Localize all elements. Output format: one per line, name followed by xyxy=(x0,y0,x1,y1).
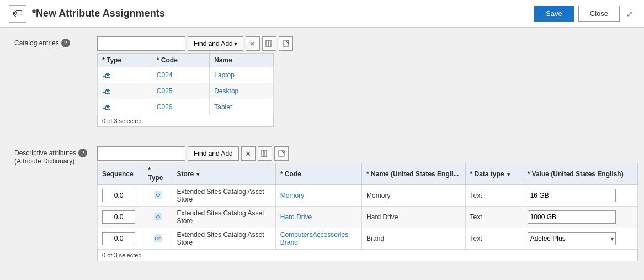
desc-table: Sequence * Type Store ▾ * Code * Name (U… xyxy=(97,163,638,250)
catalog-columns-button[interactable] xyxy=(262,36,276,51)
catalog-code-link[interactable]: C025 xyxy=(157,87,173,95)
app-icon: 🏷 xyxy=(9,5,26,23)
desc-type-cell: ⚙ xyxy=(143,207,172,228)
desc-section: Descriptive attributes ? (Attribute Dict… xyxy=(0,146,644,261)
svg-text:⚙: ⚙ xyxy=(155,192,160,198)
catalog-label-container: Catalog entries ? xyxy=(9,36,97,47)
desc-toolbar: Find and Add ✕ xyxy=(97,146,638,161)
desc-find-add-button[interactable]: Find and Add xyxy=(188,146,239,161)
header-left: 🏷 *New Attribute Assignments xyxy=(9,5,165,23)
svg-rect-8 xyxy=(279,151,284,156)
catalog-col-name: Name xyxy=(210,54,274,67)
desc-code-link[interactable]: Memory xyxy=(280,192,304,199)
desc-datatype-cell: Text xyxy=(465,228,523,250)
desc-col-store: Store ▾ xyxy=(172,163,275,185)
catalog-type-icon: 🛍 xyxy=(102,102,111,112)
catalog-name-link[interactable]: Desktop xyxy=(214,87,238,95)
desc-col-type: * Type xyxy=(143,163,172,185)
svg-rect-1 xyxy=(269,40,271,47)
desc-datatype-cell: Text xyxy=(465,207,523,228)
svg-rect-7 xyxy=(264,150,267,157)
catalog-name-cell: Tablet xyxy=(210,99,274,115)
app-header: 🏷 *New Attribute Assignments Save Close … xyxy=(0,0,644,28)
desc-table-row: ⚙ Extended Sites Catalog Asset Store Mem… xyxy=(98,185,638,207)
close-button[interactable]: Close xyxy=(578,6,620,22)
desc-value-input-1[interactable] xyxy=(528,210,616,224)
catalog-find-add-dropdown-icon: ▾ xyxy=(234,40,237,47)
catalog-find-add-button[interactable]: Find and Add ▾ xyxy=(188,36,243,51)
desc-export-button[interactable] xyxy=(274,146,289,161)
catalog-code-link[interactable]: C024 xyxy=(157,71,173,79)
desc-seq-input-0[interactable] xyxy=(102,189,135,202)
desc-col-value: * Value (United States English) xyxy=(523,163,637,185)
desc-seq-input-2[interactable] xyxy=(102,232,135,245)
catalog-label-row: Catalog entries ? xyxy=(14,39,70,47)
catalog-table: * Type * Code Name 🛍 C024 Laptop 🛍 C025 … xyxy=(97,53,274,115)
desc-value-select-wrap-2: Adelee Plus ▾ xyxy=(528,232,616,245)
desc-seq-cell xyxy=(98,207,143,228)
desc-label-container: Descriptive attributes ? (Attribute Dict… xyxy=(9,146,97,165)
catalog-type-icon: 🛍 xyxy=(102,70,111,80)
desc-label-row: Descriptive attributes ? xyxy=(14,149,87,157)
desc-label2: (Attribute Dictionary) xyxy=(14,157,74,165)
expand-button[interactable]: ⤢ xyxy=(624,7,635,20)
catalog-code-cell: C026 xyxy=(152,99,209,115)
desc-columns-button[interactable] xyxy=(258,146,272,161)
catalog-toolbar: Find and Add ▾ ✕ xyxy=(97,36,635,51)
catalog-selected-count: 0 of 3 selected xyxy=(97,115,274,127)
catalog-code-link[interactable]: C026 xyxy=(157,103,173,111)
catalog-type-cell: 🛍 xyxy=(98,83,152,99)
desc-store-cell: Extended Sites Catalog Asset Store xyxy=(172,185,275,207)
header-actions: Save Close ⤢ xyxy=(534,6,635,22)
catalog-export-button[interactable] xyxy=(279,36,293,51)
catalog-type-cell: 🛍 xyxy=(98,67,152,83)
main-content: Catalog entries ? Find and Add ▾ ✕ xyxy=(0,28,644,280)
desc-code-cell: ComputersAccessories Brand xyxy=(275,228,361,250)
desc-col-code: * Code xyxy=(275,163,361,185)
catalog-find-add-label: Find and Add xyxy=(194,40,233,47)
store-sort-icon: ▾ xyxy=(196,171,199,177)
catalog-type-cell: 🛍 xyxy=(98,99,152,115)
desc-code-link[interactable]: ComputersAccessories Brand xyxy=(280,231,348,246)
desc-search-input[interactable] xyxy=(97,146,185,161)
desc-code-cell: Memory xyxy=(275,185,361,207)
desc-code-link[interactable]: Hard Drive xyxy=(280,213,312,221)
attribute-icon: ⚙ xyxy=(152,189,163,200)
desc-content: Find and Add ✕ xyxy=(97,146,644,261)
desc-table-row: 123 Extended Sites Catalog Asset Store C… xyxy=(98,228,638,250)
attribute-num-icon: 123 xyxy=(152,233,163,244)
desc-table-row: ⚙ Extended Sites Catalog Asset Store Har… xyxy=(98,207,638,228)
catalog-search-input[interactable] xyxy=(97,36,185,51)
svg-rect-6 xyxy=(262,150,264,157)
desc-store-cell: Extended Sites Catalog Asset Store xyxy=(172,228,275,250)
svg-rect-0 xyxy=(266,40,268,47)
catalog-table-row: 🛍 C025 Desktop xyxy=(98,83,274,99)
desc-seq-cell xyxy=(98,228,143,250)
desc-type-cell: 123 xyxy=(143,228,172,250)
save-button[interactable]: Save xyxy=(534,6,574,22)
desc-col-name: * Name (United States Engli... xyxy=(362,163,465,185)
desc-value-input-0[interactable] xyxy=(528,189,616,202)
desc-label-text: Descriptive attributes xyxy=(14,149,76,157)
svg-text:123: 123 xyxy=(154,236,162,241)
catalog-label-text: Catalog entries xyxy=(14,39,59,47)
desc-type-cell: ⚙ xyxy=(143,185,172,207)
desc-name-cell: Brand xyxy=(362,228,465,250)
desc-export-icon xyxy=(278,150,285,157)
catalog-clear-button[interactable]: ✕ xyxy=(246,36,260,51)
desc-clear-button[interactable]: ✕ xyxy=(241,146,256,161)
catalog-help-icon[interactable]: ? xyxy=(61,39,70,47)
desc-value-select-2[interactable]: Adelee Plus xyxy=(528,232,616,245)
catalog-name-link[interactable]: Laptop xyxy=(214,71,235,79)
catalog-table-row: 🛍 C026 Tablet xyxy=(98,99,274,115)
desc-value-cell: Adelee Plus ▾ xyxy=(523,228,637,250)
catalog-code-cell: C025 xyxy=(152,83,209,99)
svg-line-3 xyxy=(286,41,289,44)
desc-help-icon[interactable]: ? xyxy=(78,149,87,157)
desc-value-cell xyxy=(523,185,637,207)
catalog-name-link[interactable]: Tablet xyxy=(214,103,232,111)
desc-seq-input-1[interactable] xyxy=(102,210,135,224)
catalog-code-cell: C024 xyxy=(152,67,209,83)
svg-line-9 xyxy=(281,151,284,154)
catalog-col-type: * Type xyxy=(98,54,152,67)
